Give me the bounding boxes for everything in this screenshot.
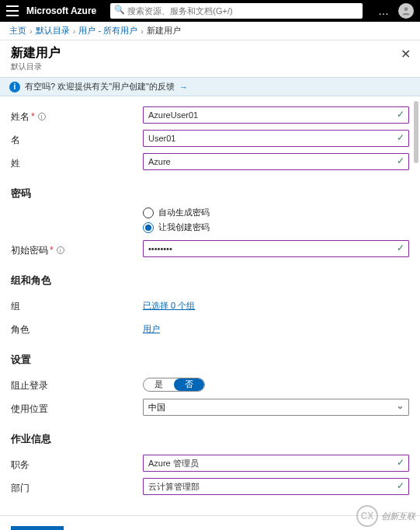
name-field[interactable] (143, 106, 409, 124)
info-dot-icon: i (38, 113, 46, 120)
info-icon: i (9, 82, 20, 92)
group-selected-link[interactable]: 已选择 0 个组 (143, 301, 195, 310)
search-icon (110, 3, 363, 19)
block-signin-toggle[interactable]: 是 否 (143, 378, 205, 392)
job-section-header: 作业信息 (11, 432, 409, 446)
first-name-label: 名 (11, 131, 143, 147)
create-button[interactable]: 创建 (11, 526, 64, 530)
usage-location-label: 使用位置 (11, 399, 143, 416)
block-signin-label: 阻止登录 (11, 376, 143, 392)
usage-location-select[interactable]: 中国 (143, 399, 409, 416)
role-label: 角色 (11, 320, 143, 336)
department-field[interactable] (143, 478, 409, 495)
job-title-field[interactable] (143, 455, 409, 472)
check-icon: ✓ (397, 242, 404, 253)
auto-generate-password-radio[interactable]: 自动生成密码 (143, 207, 409, 218)
hamburger-icon[interactable] (6, 5, 19, 16)
brand-label: Microsoft Azure (26, 5, 96, 16)
department-label: 部门 (11, 479, 143, 495)
groups-roles-section-header: 组和角色 (11, 274, 409, 288)
initial-password-field[interactable] (143, 240, 409, 257)
settings-section-header: 设置 (11, 353, 409, 367)
page-subtitle: 默认目录 (11, 61, 409, 72)
avatar[interactable] (398, 3, 414, 19)
password-section-header: 密码 (11, 187, 409, 200)
more-icon[interactable]: … (378, 5, 390, 17)
check-icon: ✓ (397, 480, 404, 491)
breadcrumb-users[interactable]: 用户 - 所有用户 (78, 25, 137, 37)
breadcrumb-current: 新建用户 (147, 25, 181, 37)
last-name-field[interactable] (143, 153, 409, 170)
let-me-create-password-radio[interactable]: 让我创建密码 (143, 221, 409, 233)
check-icon: ✓ (397, 132, 404, 143)
svg-point-0 (404, 7, 408, 11)
breadcrumb: 主页 › 默认目录 › 用户 - 所有用户 › 新建用户 (0, 22, 420, 40)
info-dot-icon: i (57, 246, 64, 254)
last-name-label: 姓 (11, 154, 143, 170)
page-title: 新建用户 (11, 45, 409, 61)
close-icon[interactable]: ✕ (401, 47, 411, 61)
initial-password-label: 初始密码*i (11, 241, 143, 257)
first-name-field[interactable] (143, 130, 409, 147)
feedback-banner: i 有空吗? 欢迎提供有关"用户创建"的反馈 → (0, 77, 420, 96)
check-icon: ✓ (397, 457, 404, 468)
group-label: 组 (11, 297, 143, 313)
check-icon: ✓ (397, 155, 404, 166)
breadcrumb-directory[interactable]: 默认目录 (36, 25, 70, 37)
feedback-link-arrow[interactable]: → (179, 82, 188, 92)
name-label: 姓名*i (11, 107, 143, 124)
breadcrumb-home[interactable]: 主页 (9, 25, 26, 37)
job-title-label: 职务 (11, 455, 143, 472)
feedback-text: 有空吗? 欢迎提供有关"用户创建"的反馈 (25, 81, 175, 92)
toggle-no[interactable]: 否 (174, 378, 204, 391)
toggle-yes[interactable]: 是 (144, 378, 174, 391)
role-selected-link[interactable]: 用户 (143, 324, 160, 333)
check-icon: ✓ (397, 109, 404, 120)
search-input[interactable] (110, 3, 363, 19)
